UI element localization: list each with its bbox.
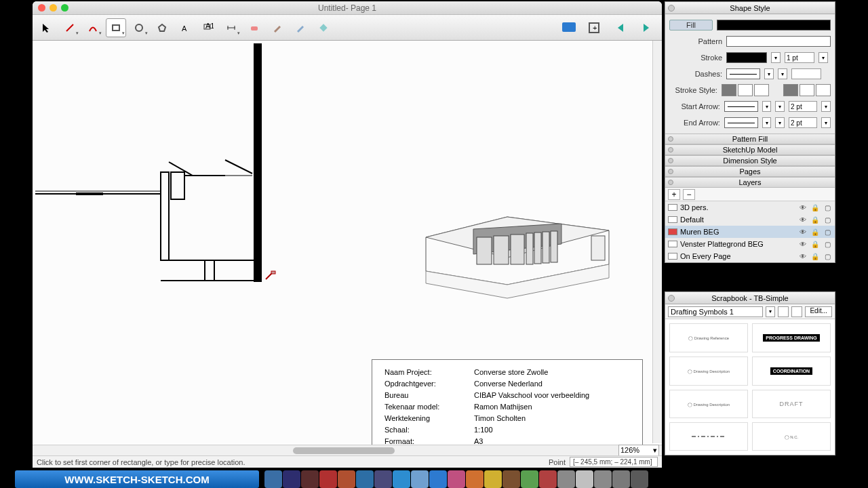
stroke-dropdown[interactable]: ▾ bbox=[771, 52, 781, 63]
dock-app-icon[interactable] bbox=[429, 470, 447, 488]
lock-icon[interactable]: 🔒 bbox=[810, 253, 820, 260]
dock-app-icon[interactable] bbox=[374, 470, 392, 488]
split-tool[interactable] bbox=[290, 18, 311, 37]
dock-app-icon[interactable] bbox=[539, 470, 557, 488]
dock-app-icon[interactable] bbox=[521, 470, 538, 488]
next-page-button[interactable] bbox=[635, 18, 658, 38]
stroke-width-input[interactable]: 1 pt bbox=[785, 52, 814, 63]
scrapbook-item[interactable]: PROGRESS DRAWING bbox=[752, 323, 831, 352]
section-pattern-fill[interactable]: Pattern Fill bbox=[665, 134, 835, 144]
visibility-icon[interactable]: 👁 bbox=[798, 253, 808, 260]
dock-app-icon[interactable] bbox=[448, 470, 465, 488]
dashes-select[interactable] bbox=[726, 68, 760, 79]
dock-app-icon[interactable] bbox=[594, 470, 612, 488]
fill-toggle[interactable]: Fill bbox=[669, 20, 713, 30]
stroke-cap-3[interactable] bbox=[816, 84, 831, 96]
visibility-icon[interactable]: 👁 bbox=[798, 216, 808, 224]
scrapbook-item[interactable]: ◯ N.C. bbox=[752, 422, 831, 451]
print-icon[interactable]: ▢ bbox=[823, 228, 832, 236]
dock-app-icon[interactable] bbox=[283, 470, 300, 488]
lock-icon[interactable]: 🔒 bbox=[810, 241, 820, 248]
circle-tool[interactable]: ▾ bbox=[129, 18, 149, 37]
fill-swatch[interactable] bbox=[717, 20, 831, 30]
scrapbook-edit-button[interactable]: Edit... bbox=[805, 306, 832, 317]
dock-app-icon[interactable] bbox=[356, 470, 374, 488]
dock-app-icon[interactable] bbox=[319, 470, 337, 488]
layer-item[interactable]: Venster Plattegrond BEG👁🔒▢ bbox=[665, 238, 835, 250]
select-tool[interactable] bbox=[37, 18, 57, 37]
eraser-tool[interactable] bbox=[244, 18, 264, 37]
section-layers[interactable]: Layers bbox=[665, 177, 835, 188]
add-page-button[interactable]: + bbox=[583, 18, 606, 38]
lock-icon[interactable]: 🔒 bbox=[810, 228, 820, 236]
dock-app-icon[interactable] bbox=[484, 470, 502, 488]
scrapbook-picker[interactable]: Drafting Symbols 1 bbox=[668, 306, 763, 317]
stroke-style-1[interactable] bbox=[722, 84, 736, 96]
dock-app-icon[interactable] bbox=[502, 470, 520, 488]
section-pages[interactable]: Pages bbox=[665, 166, 835, 177]
dock-app-icon[interactable] bbox=[264, 470, 282, 488]
macos-dock[interactable] bbox=[264, 469, 648, 488]
stroke-cap-1[interactable] bbox=[783, 84, 798, 96]
section-sketchup-model[interactable]: SketchUp Model bbox=[665, 144, 835, 155]
label-tool[interactable]: A1 bbox=[198, 18, 218, 37]
titleblock-label: Naam Project: bbox=[384, 367, 474, 378]
add-layer-button[interactable]: + bbox=[668, 189, 680, 200]
scrapbook-item[interactable]: ◯ Drawing Reference bbox=[669, 323, 748, 352]
visibility-icon[interactable]: 👁 bbox=[798, 241, 808, 248]
arc-tool[interactable]: ▾ bbox=[83, 18, 103, 37]
print-icon[interactable]: ▢ bbox=[823, 216, 832, 224]
lock-icon[interactable]: 🔒 bbox=[810, 216, 820, 224]
text-tool[interactable]: A bbox=[175, 18, 195, 37]
remove-layer-button[interactable]: − bbox=[683, 189, 695, 200]
dock-app-icon[interactable] bbox=[631, 470, 648, 488]
layer-item[interactable]: Muren BEG👁🔒▢ bbox=[665, 226, 835, 238]
lock-icon[interactable]: 🔒 bbox=[810, 204, 820, 211]
dock-app-icon[interactable] bbox=[557, 470, 575, 488]
zoom-select[interactable]: 126%▾ bbox=[618, 445, 659, 456]
drawing-canvas[interactable]: Naam Project:Converse store Zwolle Opdra… bbox=[33, 41, 662, 443]
print-icon[interactable]: ▢ bbox=[823, 204, 832, 211]
start-arrow-select[interactable] bbox=[724, 101, 758, 112]
horizontal-scrollbar[interactable]: 126%▾ bbox=[33, 445, 662, 455]
print-icon[interactable]: ▢ bbox=[823, 253, 832, 260]
vertical-scrollbar[interactable] bbox=[652, 41, 662, 443]
scrapbook-nav-button[interactable] bbox=[778, 306, 789, 317]
line-tool[interactable]: ▾ bbox=[60, 18, 80, 37]
stroke-swatch[interactable] bbox=[726, 52, 767, 63]
dock-app-icon[interactable] bbox=[411, 470, 429, 488]
dimension-tool[interactable]: ▾ bbox=[221, 18, 241, 37]
pattern-swatch[interactable] bbox=[726, 36, 831, 47]
visibility-icon[interactable]: 👁 bbox=[798, 204, 808, 211]
dock-app-icon[interactable] bbox=[338, 470, 355, 488]
dock-app-icon[interactable] bbox=[393, 470, 410, 488]
prev-page-button[interactable] bbox=[609, 18, 632, 38]
layer-item[interactable]: On Every Page👁🔒▢ bbox=[665, 250, 835, 262]
scrapbook-item[interactable]: ◯ Drawing Description bbox=[669, 390, 748, 418]
stroke-width-dropdown[interactable]: ▾ bbox=[818, 52, 828, 63]
scrapbook-item[interactable]: COORDINATION bbox=[752, 357, 831, 386]
scrapbook-item[interactable] bbox=[669, 422, 748, 451]
visibility-icon[interactable]: 👁 bbox=[798, 228, 808, 236]
dock-app-icon[interactable] bbox=[612, 470, 630, 488]
layer-item[interactable]: 3D pers.👁🔒▢ bbox=[665, 201, 835, 214]
print-icon[interactable]: ▢ bbox=[823, 241, 832, 248]
stroke-style-2[interactable] bbox=[738, 84, 753, 96]
layer-item[interactable]: Default👁🔒▢ bbox=[665, 214, 835, 226]
stroke-cap-2[interactable] bbox=[800, 84, 814, 96]
measure-input[interactable]: [– 245,5 mm; – 224,1 mm] bbox=[570, 457, 658, 467]
join-tool[interactable] bbox=[313, 18, 334, 37]
end-arrow-select[interactable] bbox=[724, 117, 758, 128]
stroke-style-3[interactable] bbox=[754, 84, 769, 96]
rectangle-tool[interactable]: ▾ bbox=[106, 18, 126, 37]
presentation-button[interactable] bbox=[557, 18, 580, 38]
section-dimension-style[interactable]: Dimension Style bbox=[665, 155, 835, 166]
dock-app-icon[interactable] bbox=[466, 470, 484, 488]
scrapbook-item[interactable]: DRAFT bbox=[752, 390, 831, 418]
dock-app-icon[interactable] bbox=[576, 470, 593, 488]
scrapbook-home-button[interactable] bbox=[791, 306, 802, 317]
style-tool[interactable] bbox=[267, 18, 288, 37]
scrapbook-item[interactable]: ◯ Drawing Description bbox=[669, 357, 748, 386]
polygon-tool[interactable] bbox=[152, 18, 172, 37]
dock-app-icon[interactable] bbox=[301, 470, 319, 488]
